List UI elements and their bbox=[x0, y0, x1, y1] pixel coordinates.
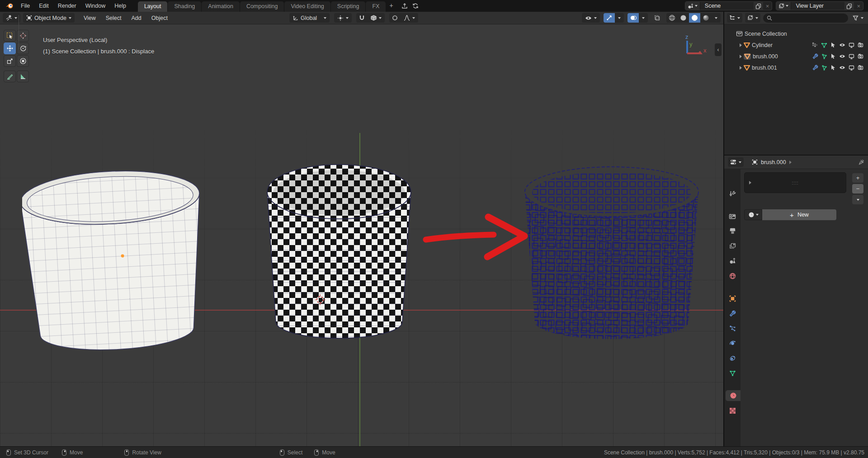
menu-add[interactable]: Add bbox=[127, 14, 146, 23]
add-slot-button[interactable]: + bbox=[852, 173, 863, 183]
tab-fx[interactable]: FX bbox=[366, 1, 386, 12]
disable-viewports-icon[interactable] bbox=[849, 65, 854, 71]
tool-measure[interactable] bbox=[17, 71, 29, 82]
outliner-row-cylinder[interactable]: Cylinder bbox=[728, 39, 866, 51]
expand-icon[interactable] bbox=[740, 66, 742, 70]
outliner-search-input[interactable] bbox=[774, 15, 844, 21]
disable-viewports-icon[interactable] bbox=[849, 54, 854, 59]
cycle-icon[interactable] bbox=[412, 3, 419, 9]
gizmos-toggle[interactable] bbox=[604, 13, 615, 23]
disable-render-icon[interactable] bbox=[858, 54, 863, 59]
disable-render-icon[interactable] bbox=[858, 65, 863, 70]
disable-viewports-icon[interactable] bbox=[849, 42, 854, 48]
selectable-icon[interactable] bbox=[830, 42, 836, 48]
breadcrumb-object-name[interactable]: brush.000 bbox=[761, 159, 786, 165]
menu-render[interactable]: Render bbox=[53, 2, 81, 10]
props-tab-render[interactable] bbox=[724, 211, 741, 222]
expand-icon[interactable] bbox=[740, 55, 742, 58]
shading-wireframe-button[interactable] bbox=[666, 13, 678, 23]
transform-orientation-dropdown[interactable]: Global bbox=[289, 13, 330, 23]
view-layer-remove-icon[interactable]: × bbox=[854, 3, 863, 9]
object-name[interactable]: Cylinder bbox=[752, 42, 773, 48]
props-tab-texture[interactable] bbox=[724, 405, 741, 416]
pin-icon[interactable] bbox=[859, 159, 864, 165]
axis-gizmo[interactable]: z y x bbox=[677, 33, 709, 62]
outliner-editor-type-button[interactable] bbox=[727, 13, 742, 23]
view-layer-copy-icon[interactable] bbox=[844, 2, 854, 10]
menu-select[interactable]: Select bbox=[101, 14, 126, 23]
snap-toggle[interactable] bbox=[356, 13, 368, 23]
menu-object[interactable]: Object bbox=[147, 14, 172, 23]
tool-scale[interactable] bbox=[4, 55, 16, 67]
outliner-row-scene-collection[interactable]: Scene Collection bbox=[728, 28, 866, 39]
props-tab-data[interactable] bbox=[724, 368, 741, 378]
tab-compositing[interactable]: Compositing bbox=[240, 1, 284, 12]
hide-viewport-icon[interactable] bbox=[839, 65, 845, 70]
visibility-dropdown[interactable] bbox=[582, 13, 600, 23]
tab-video-editing[interactable]: Video Editing bbox=[284, 1, 330, 12]
view-layer-browse-button[interactable] bbox=[776, 2, 791, 10]
object-name[interactable]: brush.001 bbox=[752, 65, 777, 71]
disable-render-icon[interactable] bbox=[858, 42, 863, 47]
outliner-filter-button[interactable] bbox=[851, 13, 865, 23]
tool-annotate[interactable] bbox=[4, 71, 16, 82]
shading-solid-button[interactable] bbox=[678, 13, 689, 23]
scene-browse-button[interactable] bbox=[685, 2, 700, 10]
shading-rendered-button[interactable] bbox=[700, 13, 712, 23]
tool-move[interactable] bbox=[4, 42, 16, 54]
hide-viewport-icon[interactable] bbox=[839, 42, 845, 47]
props-tab-view-layer[interactable] bbox=[724, 241, 741, 251]
props-tab-material[interactable] bbox=[726, 390, 741, 401]
viewport-canvas[interactable]: User Perspective (Local) (1) Scene Colle… bbox=[0, 24, 723, 446]
props-tab-scene[interactable] bbox=[724, 255, 741, 266]
gizmos-dropdown[interactable] bbox=[615, 13, 624, 23]
menu-window[interactable]: Window bbox=[81, 2, 110, 10]
collection-name[interactable]: Scene Collection bbox=[745, 31, 787, 37]
hide-viewport-icon[interactable] bbox=[839, 54, 845, 59]
cylinder-checker-object[interactable] bbox=[266, 163, 412, 350]
props-tab-particles[interactable] bbox=[724, 323, 741, 334]
tool-select-box[interactable] bbox=[4, 30, 16, 42]
props-tab-world[interactable] bbox=[724, 270, 741, 281]
browse-material-button[interactable] bbox=[744, 209, 762, 220]
menu-help[interactable]: Help bbox=[110, 2, 131, 10]
sidebar-collapse-button[interactable]: ‹ bbox=[715, 43, 722, 56]
menu-view[interactable]: View bbox=[79, 14, 100, 23]
props-tab-physics[interactable] bbox=[724, 338, 741, 349]
cylinder-plain-object[interactable] bbox=[22, 170, 205, 361]
xray-toggle[interactable] bbox=[651, 13, 663, 23]
selectable-icon[interactable] bbox=[830, 53, 836, 59]
slot-expand-icon[interactable] bbox=[749, 181, 751, 184]
props-tab-constraints[interactable] bbox=[724, 353, 741, 364]
blender-logo-icon[interactable] bbox=[5, 2, 14, 10]
scene-unlink-icon[interactable]: × bbox=[763, 3, 772, 9]
props-tab-tool[interactable] bbox=[724, 188, 741, 199]
mode-dropdown[interactable]: Object Mode bbox=[23, 13, 75, 23]
properties-editor-type-button[interactable] bbox=[728, 157, 744, 167]
new-material-button[interactable]: + New bbox=[762, 209, 836, 220]
proportional-falloff-dropdown[interactable] bbox=[401, 13, 418, 23]
tab-animation[interactable]: Animation bbox=[202, 1, 240, 12]
cylinder-lattice-object[interactable] bbox=[523, 165, 700, 348]
props-tab-object[interactable] bbox=[724, 293, 741, 304]
add-workspace-button[interactable]: + bbox=[386, 1, 396, 11]
shading-material-button[interactable] bbox=[689, 13, 700, 23]
menu-file[interactable]: File bbox=[16, 2, 34, 10]
slot-specials-button[interactable] bbox=[852, 195, 863, 204]
props-tab-modifiers[interactable] bbox=[724, 308, 741, 319]
outliner-row-brush-000[interactable]: brush.000 bbox=[728, 51, 866, 62]
remove-slot-button[interactable]: − bbox=[852, 184, 863, 194]
pivot-point-dropdown[interactable] bbox=[334, 13, 352, 23]
export-icon[interactable] bbox=[401, 3, 408, 9]
props-tab-output[interactable] bbox=[724, 226, 741, 236]
overlays-toggle[interactable] bbox=[627, 13, 639, 23]
menu-edit[interactable]: Edit bbox=[34, 2, 53, 10]
scene-name-field[interactable]: Scene bbox=[700, 3, 754, 9]
tool-transform[interactable] bbox=[17, 55, 29, 67]
shading-dropdown[interactable] bbox=[712, 13, 721, 23]
outliner-display-mode-button[interactable] bbox=[745, 13, 760, 23]
expand-icon[interactable] bbox=[740, 43, 742, 47]
editor-type-button[interactable] bbox=[3, 13, 20, 23]
tab-scripting[interactable]: Scripting bbox=[331, 1, 366, 12]
overlays-dropdown[interactable] bbox=[639, 13, 648, 23]
